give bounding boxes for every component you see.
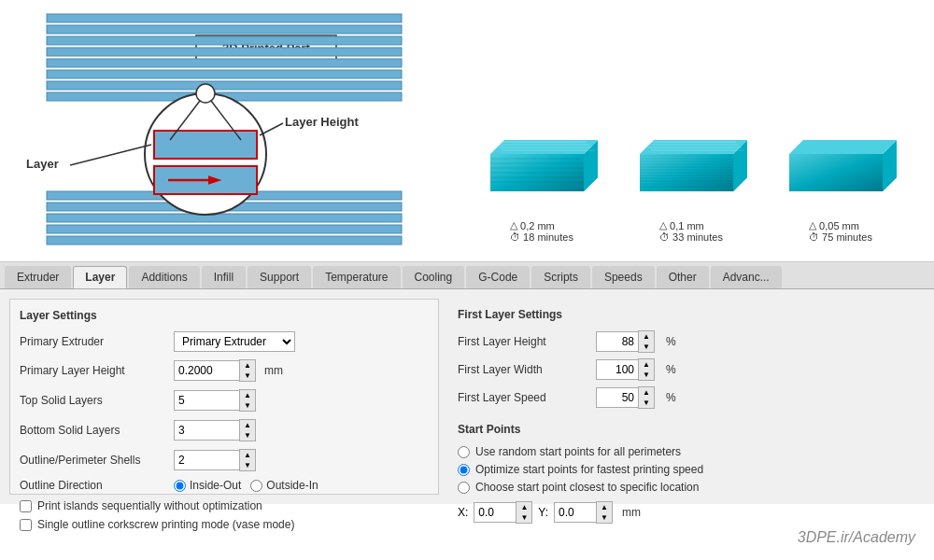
outline-shells-row: Outline/Perimeter Shells ▲ ▼ [20,449,429,471]
first-layer-width-down[interactable]: ▼ [639,370,654,380]
primary-extruder-row: Primary Extruder Primary Extruder [20,331,429,352]
y-spinners: ▲ ▼ [596,501,613,524]
svg-point-15 [145,93,266,215]
model-item-1: △ 0,2 mm ⏱ 18 minutes [476,112,607,243]
model-time-3: 75 minutes [822,231,872,243]
y-up[interactable]: ▲ [597,502,612,512]
x-up[interactable]: ▲ [517,502,531,512]
first-layer-height-up[interactable]: ▲ [639,331,654,342]
top-solid-layers-input[interactable] [174,390,239,411]
tab-additions[interactable]: Additions [129,266,199,288]
first-layer-height-spin: ▲ ▼ [596,330,655,353]
first-layer-width-up[interactable]: ▲ [639,359,654,370]
first-layer-width-input[interactable] [596,359,638,380]
svg-rect-3 [47,25,402,34]
svg-rect-2 [47,14,402,22]
svg-rect-14 [47,236,402,245]
outside-in-radio[interactable] [250,480,262,492]
x-input[interactable] [474,502,516,523]
primary-layer-height-down[interactable]: ▼ [240,371,255,381]
svg-rect-17 [154,166,257,194]
clock-icon-1: ⏱ [510,231,520,243]
tab-gcode[interactable]: G-Code [466,266,530,288]
primary-layer-height-unit: mm [264,364,283,377]
bottom-solid-layers-spin: ▲ ▼ [174,419,256,441]
primary-extruder-select[interactable]: Primary Extruder [174,331,295,352]
top-solid-layers-down[interactable]: ▼ [240,400,255,411]
outline-shells-input[interactable] [174,450,239,470]
primary-layer-height-up[interactable]: ▲ [240,360,255,371]
tab-support[interactable]: Support [248,266,311,288]
first-layer-speed-down[interactable]: ▼ [639,398,654,408]
tabs-bar: Extruder Layer Additions Infill Support … [0,262,934,289]
top-solid-layers-label: Top Solid Layers [20,394,169,407]
tab-scripts[interactable]: Scripts [531,266,590,288]
print-islands-checkbox[interactable] [20,500,32,512]
tab-other[interactable]: Other [657,266,709,288]
print-islands-row: Print islands sequentially without optim… [20,499,429,512]
settings-panels: Layer Settings Primary Extruder Primary … [0,289,934,504]
triangle-icon-2: △ [659,219,667,231]
bottom-solid-layers-up[interactable]: ▲ [240,420,255,430]
xy-unit: mm [622,506,641,519]
top-solid-layers-up[interactable]: ▲ [240,390,255,400]
tab-infill[interactable]: Infill [202,266,246,288]
first-layer-width-label: First Layer Width [458,363,588,376]
first-layer-height-down[interactable]: ▼ [639,342,654,352]
first-layer-width-row: First Layer Width ▲ ▼ % [458,358,915,381]
first-layer-height-label: First Layer Height [458,335,588,348]
start-radio-1[interactable] [458,446,470,458]
tab-layer[interactable]: Layer [73,266,127,288]
primary-layer-height-spin: ▲ ▼ [174,359,256,382]
outline-shells-down[interactable]: ▼ [240,460,255,470]
outline-shells-spinners: ▲ ▼ [239,449,256,471]
right-panel: First Layer Settings First Layer Height … [448,299,925,495]
first-layer-width-spinners: ▲ ▼ [638,358,655,381]
diagram-area: 3D Printed Part [0,0,448,261]
inside-out-radio[interactable] [174,480,186,492]
svg-rect-9 [47,92,402,101]
outline-direction-group: Inside-Out Outside-In [174,479,318,492]
start-option-3-label: Choose start point closest to specific l… [475,481,699,494]
model-label-2: △ 0,1 mm ⏱ 33 minutes [659,219,723,243]
watermark: 3DPE.ir/Academy [798,529,915,546]
start-radio-3[interactable] [458,482,470,494]
y-down[interactable]: ▼ [597,512,612,523]
start-option-2-label: Optimize start points for fastest printi… [475,463,703,476]
start-option-3[interactable]: Choose start point closest to specific l… [458,481,915,494]
first-layer-width-unit: % [666,363,676,376]
model-label-3: △ 0,05 mm ⏱ 75 minutes [809,219,872,243]
single-outline-row: Single outline corkscrew printing mode (… [20,518,429,531]
x-label: X: [458,506,468,519]
first-layer-speed-spinners: ▲ ▼ [638,386,655,409]
tab-extruder[interactable]: Extruder [5,266,71,288]
tab-speeds[interactable]: Speeds [592,266,655,288]
model-label-1: △ 0,2 mm ⏱ 18 minutes [510,219,573,243]
model-time-1: 18 minutes [523,231,573,243]
first-layer-speed-input[interactable] [596,387,638,408]
start-radio-2[interactable] [458,464,470,476]
first-layer-height-row: First Layer Height ▲ ▼ % [458,330,915,353]
first-layer-speed-label: First Layer Speed [458,391,588,404]
model-time-2: 33 minutes [672,231,723,243]
outside-in-option[interactable]: Outside-In [250,479,318,492]
inside-out-option[interactable]: Inside-Out [174,479,241,492]
outline-shells-up[interactable]: ▲ [240,450,255,460]
first-layer-height-input[interactable] [596,331,638,352]
models-area: △ 0,2 mm ⏱ 18 minutes [448,0,934,261]
tab-cooling[interactable]: Cooling [403,266,465,288]
start-option-1[interactable]: Use random start points for all perimete… [458,445,915,458]
x-down[interactable]: ▼ [517,512,531,523]
tab-temperature[interactable]: Temperature [313,266,400,288]
bottom-solid-layers-input[interactable] [174,420,239,441]
y-input[interactable] [554,502,596,523]
svg-line-21 [170,101,200,140]
tab-advanc[interactable]: Advanc... [711,266,782,288]
primary-layer-height-input[interactable] [174,360,239,381]
print-islands-label: Print islands sequentially without optim… [37,499,262,512]
single-outline-checkbox[interactable] [20,519,32,531]
start-option-2[interactable]: Optimize start points for fastest printi… [458,463,915,476]
first-layer-speed-up[interactable]: ▲ [639,387,654,398]
model-size-2: 0,1 mm [670,220,704,231]
bottom-solid-layers-down[interactable]: ▼ [240,430,255,441]
